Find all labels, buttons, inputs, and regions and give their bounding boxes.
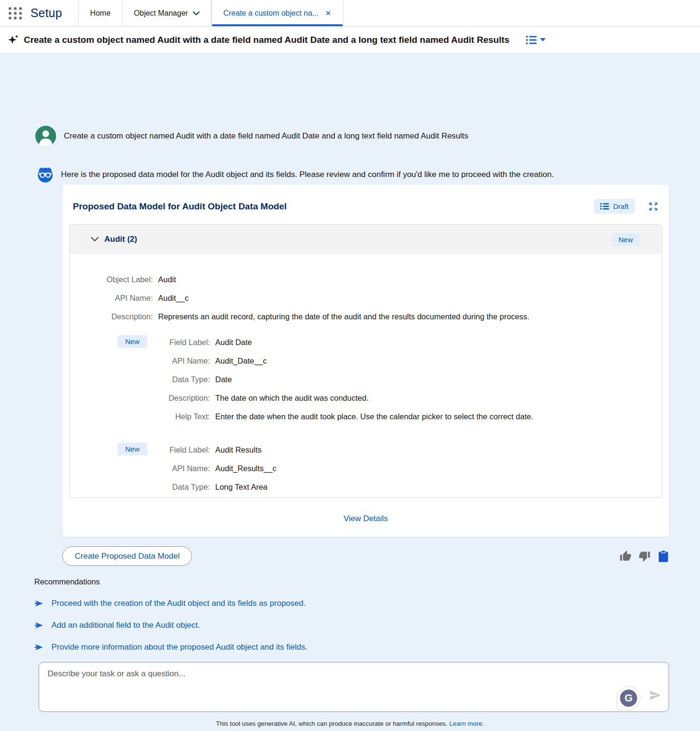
grammarly-letter: G [620,690,637,707]
salesforce-setup-window: Setup Home Object Manager Create a custo… [0,0,700,731]
field-value: Date [215,373,662,385]
caret-down-icon [540,38,546,41]
audit-section-header[interactable]: Audit (2) New [70,225,662,254]
data-type-row: Data Type: Long Text Area [70,481,662,493]
close-icon[interactable]: ✕ [323,9,331,18]
field-value: Audit__c [158,292,662,304]
description-row: Description: Represents an audit record,… [70,310,662,323]
recommendation-add-field[interactable]: Add an additional field to the Audit obj… [34,619,700,632]
help-text-row: Help Text: Enter the date when the audit… [70,410,662,423]
nav-tab-object-manager-label: Object Manager [134,9,188,18]
field-key: API Name: [70,292,153,304]
field-value: Audit_Date__c [215,355,662,367]
sparkle-icon [8,34,20,46]
field-key: Data Type: [70,373,210,385]
draft-list-icon [600,203,609,210]
description-row: Description: The date on which the audit… [70,392,662,404]
field-label-row: Field Label: Audit Results [70,444,662,456]
user-avatar [35,126,56,147]
expand-icon[interactable] [648,201,659,212]
field-key: Help Text: [70,410,210,423]
field-value: The date on which the audit was conducte… [215,392,662,404]
list-view-selector[interactable] [526,35,546,45]
arrow-right-icon [34,642,44,652]
field-key: Data Type: [70,481,210,493]
proposed-data-model-card: Proposed Data Model for Audit Object Dat… [62,185,669,537]
field-key: API Name: [70,355,210,367]
field-value: Enter the date when the audit took place… [215,410,662,423]
conversation-area: Create a custom object named Audit with … [0,53,700,731]
copy-clipboard-icon[interactable] [658,550,669,563]
field-value: Audit_Results__c [215,462,662,474]
bot-avatar [37,167,53,183]
field-key: Description: [70,310,153,323]
active-tab-underline [212,24,343,26]
field-value: Long Text Area [215,481,662,493]
api-name-row: API Name: Audit_Results__c [70,462,662,474]
section-chevron-down-icon [91,237,99,242]
recommendation-text: Proceed with the creation of the Audit o… [51,597,306,610]
recommendation-proceed[interactable]: Proceed with the creation of the Audit o… [34,597,700,610]
field-key: Object Label: [70,273,153,286]
disclaimer-text: This tool uses generative AI, which can … [216,720,448,727]
audit-object-details: Object Label: Audit API Name: Audit__c D… [70,254,662,493]
recommendation-text: Add an additional field to the Audit obj… [51,619,200,632]
bot-message-text: Here is the proposed data model for the … [61,168,554,181]
list-view-icon [526,35,537,45]
card-title: Proposed Data Model for Audit Object Dat… [73,201,287,212]
field-value: Audit Results [215,444,662,456]
prompt-title: Create a custom object named Audit with … [24,35,510,45]
recommendations-section: Recommendations Proceed with the creatio… [34,575,700,653]
user-message-text: Create a custom object named Audit with … [64,130,469,142]
data-type-row: Data Type: Date [70,373,662,385]
create-proposed-data-model-button[interactable]: Create Proposed Data Model [62,546,192,566]
prompt-header: Create a custom object named Audit with … [0,27,700,53]
user-message-row: Create a custom object named Audit with … [35,53,700,147]
thumbs-down-icon[interactable] [639,550,650,562]
new-status-badge: New [611,233,640,246]
audit-section-title: Audit (2) [104,235,611,244]
draft-label: Draft [613,202,629,210]
new-status-badge: New [118,335,147,348]
nav-tab-home[interactable]: Home [79,0,122,26]
thumbs-up-icon[interactable] [620,550,631,562]
field-audit-date: New Field Label: Audit Date API Name: Au… [70,336,662,423]
app-launcher-waffle-icon[interactable] [0,0,30,26]
field-key: Description: [70,392,210,404]
nav-tab-object-manager[interactable]: Object Manager [122,0,211,26]
arrow-right-icon [34,621,44,630]
view-details-row: View Details [62,498,669,537]
recommendation-more-info[interactable]: Provide more information about the propo… [34,641,700,653]
arrow-right-icon [34,599,44,608]
api-name-row: API Name: Audit_Date__c [70,355,662,367]
recommendations-title: Recommendations [34,575,700,588]
bot-message-row: Here is the proposed data model for the … [37,167,700,183]
field-label-row: Field Label: Audit Date [70,336,662,348]
ai-disclaimer: This tool uses generative AI, which can … [0,720,700,727]
global-nav: Setup Home Object Manager Create a custo… [0,0,700,27]
card-header-actions: Draft [594,199,659,214]
field-key: API Name: [70,462,210,474]
grammarly-icon[interactable]: G [617,686,640,710]
chevron-down-icon [193,9,200,18]
feedback-controls [620,550,669,563]
object-label-row: Object Label: Audit [70,273,662,286]
send-icon[interactable] [649,689,661,703]
message-actions-row: Create Proposed Data Model [62,546,669,566]
view-details-link[interactable]: View Details [343,514,388,523]
field-value: Audit Date [215,336,662,348]
card-header: Proposed Data Model for Audit Object Dat… [62,185,669,224]
learn-more-link[interactable]: Learn more. [450,720,484,727]
field-audit-results: New Field Label: Audit Results API Name:… [70,444,662,493]
nav-tab-bar: Home Object Manager Create a custom obje… [79,0,343,26]
new-status-badge: New [118,443,147,455]
nav-tab-create-custom-object[interactable]: Create a custom object na... ✕ [211,0,343,26]
draft-status-badge[interactable]: Draft [594,199,635,214]
composer: G [39,662,669,714]
app-title: Setup [30,0,78,26]
field-value: Represents an audit record, capturing th… [158,310,662,323]
api-name-row: API Name: Audit__c [70,292,662,304]
data-model-preview: Audit (2) New Object Label: Audit API Na… [69,224,662,498]
task-input[interactable] [39,662,669,712]
nav-tab-home-label: Home [90,9,110,18]
